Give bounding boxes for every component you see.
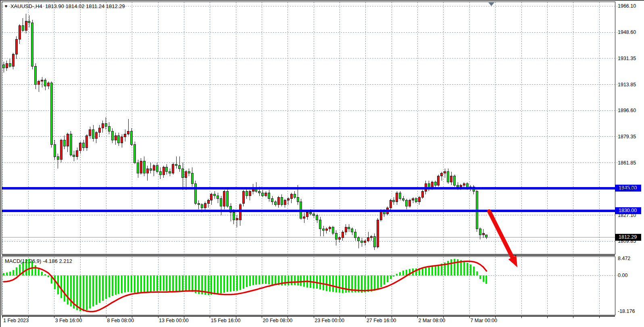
candle: [220, 196, 222, 216]
candle: [329, 226, 331, 232]
candle: [444, 169, 446, 177]
macd-bar: [83, 275, 84, 311]
macd-bar: [399, 272, 401, 275]
macd-bar: [486, 275, 487, 284]
candle: [454, 175, 456, 187]
macd-bar: [134, 275, 135, 293]
candle: [89, 127, 91, 139]
candle: [370, 235, 372, 241]
macd-bar: [483, 275, 484, 282]
macd-bar: [431, 267, 433, 275]
macd-bar: [473, 267, 475, 275]
macd-bar: [233, 275, 235, 291]
candle: [50, 81, 52, 148]
candle: [102, 121, 104, 133]
candle: [63, 135, 65, 149]
candle: [412, 197, 414, 203]
macd-bar: [406, 270, 407, 275]
symbol-dropdown-icon[interactable]: ▼: [4, 4, 8, 8]
candle: [172, 162, 174, 175]
macd-bar: [182, 275, 183, 291]
macd-bar: [147, 275, 148, 292]
macd-bar: [127, 275, 129, 292]
macd-bar: [284, 275, 286, 285]
candle: [332, 226, 334, 235]
candle: [348, 224, 350, 232]
macd-bar: [364, 275, 366, 292]
macd-bar: [54, 275, 56, 289]
price-axis-label: 1809.85: [618, 238, 636, 244]
candle: [428, 181, 430, 191]
candle: [284, 199, 286, 208]
macd-bar: [450, 259, 452, 275]
macd-bar: [64, 275, 65, 302]
macd-bar: [214, 275, 215, 294]
candle: [150, 162, 152, 173]
macd-bar: [108, 275, 110, 297]
macd-bar: [166, 275, 167, 291]
candle: [121, 134, 123, 148]
macd-bar: [470, 265, 471, 275]
candle: [60, 139, 62, 163]
symbol-period-label: XAUUSD-,H4: [10, 3, 42, 9]
candle: [12, 53, 14, 69]
macd-bar: [188, 275, 190, 292]
macd-bar: [271, 275, 273, 285]
macd-bar: [153, 275, 155, 291]
candle: [249, 190, 251, 200]
time-axis-label: 1 Feb 2023: [3, 318, 29, 323]
candle: [146, 166, 148, 181]
chart-canvas[interactable]: [1, 1, 644, 327]
candle: [223, 190, 225, 210]
macd-bar: [121, 275, 123, 293]
candle: [38, 80, 40, 92]
trend-arrow-annotation[interactable]: [489, 211, 517, 267]
macd-bar: [387, 275, 388, 282]
macd-bar: [249, 275, 251, 286]
macd-bar: [243, 275, 244, 289]
candle: [194, 181, 196, 205]
macd-bar: [223, 275, 225, 293]
candle: [399, 191, 401, 200]
macd-bar: [326, 275, 327, 291]
macd-bar: [476, 271, 478, 275]
gridlines: [2, 2, 617, 315]
macd-bar: [435, 266, 436, 275]
candle: [361, 238, 363, 247]
macd-bar: [102, 275, 104, 301]
candle: [108, 122, 110, 134]
price-axis-label: 1844.60: [618, 186, 636, 192]
candle: [271, 196, 273, 205]
macd-bar: [275, 275, 276, 285]
macd-bar: [342, 275, 344, 293]
candle: [44, 78, 46, 90]
candle: [277, 196, 279, 208]
candle: [98, 125, 100, 137]
macd-bar: [367, 275, 369, 292]
candle: [118, 133, 120, 146]
candle: [290, 193, 292, 203]
candle: [390, 199, 392, 211]
candle: [441, 172, 443, 181]
macd-bar: [252, 275, 254, 285]
candlestick-series: [3, 14, 488, 250]
candle: [373, 233, 375, 250]
candle: [265, 191, 267, 197]
candle: [31, 20, 33, 69]
macd-bar: [402, 271, 404, 275]
candle: [236, 215, 238, 227]
chart-shift-icon[interactable]: [488, 2, 494, 6]
macd-bar: [217, 275, 219, 294]
macd-bar: [137, 275, 139, 293]
macd-bar: [156, 275, 158, 291]
candle: [156, 162, 158, 173]
macd-bar: [96, 275, 97, 305]
candle: [76, 148, 78, 160]
macd-bar: [105, 275, 107, 299]
macd-bar: [332, 275, 334, 292]
candle: [204, 202, 206, 210]
candle: [482, 229, 484, 238]
candle: [393, 197, 395, 205]
candle: [287, 197, 289, 205]
price-axis-label: 1966.10: [618, 3, 636, 9]
